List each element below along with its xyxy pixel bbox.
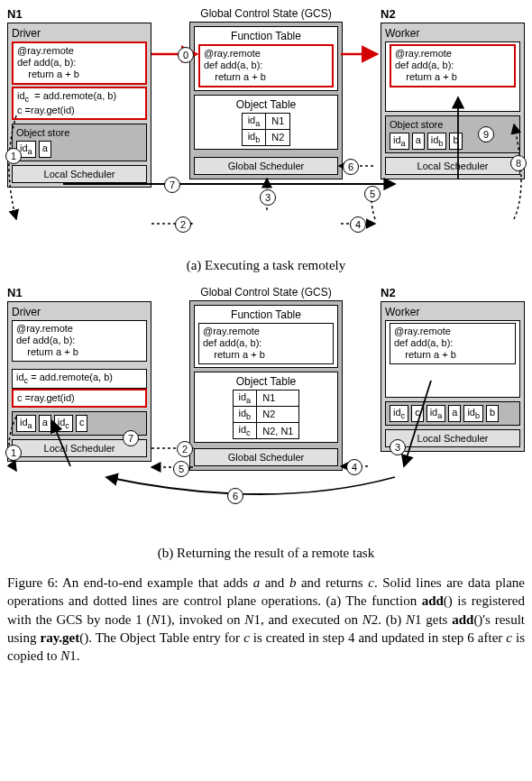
step-b3: 3 (390, 439, 406, 455)
worker-body-b: @ray.remote def add(a, b): return a + b (385, 320, 520, 398)
object-table-b: idaN1idbN2idcN2, N1 (233, 390, 300, 440)
object-table-title: Object Table (198, 98, 334, 113)
code-def: def add(a, b): (17, 57, 142, 69)
gcs-box-b: Function Table @ray.remote def add(a, b)… (189, 300, 343, 471)
n2-label: N2 (381, 7, 525, 21)
code-return: return a + b (17, 69, 142, 80)
step-7: 7 (164, 177, 180, 193)
gcs-label: Global Control State (GCS) (189, 7, 343, 20)
diagram-b: N1 Driver @ray.remote def add(a, b): ret… (7, 286, 525, 538)
step-b4: 4 (346, 459, 362, 475)
n2-local-scheduler: Local Scheduler (385, 157, 520, 175)
step-b5: 5 (173, 461, 189, 477)
n1-store-row: idaa (16, 141, 142, 158)
step-2: 2 (175, 216, 191, 233)
step-6: 6 (343, 159, 359, 175)
n2-object-store-b: idccidaaidbb (385, 401, 520, 426)
driver-get-box-b: c =ray.get(id) (12, 389, 147, 408)
gcs-box: Function Table @ray.remote def add(a, b)… (189, 22, 343, 179)
n2-column-b: N2 Worker @ray.remote def add(a, b): ret… (381, 286, 525, 538)
object-table-box: Object Table idaN1idbN2 (194, 95, 338, 150)
driver-code-b: @ray.remote def add(a, b): return a + b (12, 320, 147, 362)
object-table: idaN1idbN2 (242, 113, 291, 146)
driver-call-box: idc = add.remote(a, b) c =ray.get(id) (12, 87, 147, 120)
n2-store-row-b: idccidaaidbb (390, 405, 516, 422)
n1-column-b: N1 Driver @ray.remote def add(a, b): ret… (7, 286, 151, 538)
n2-column: N2 Worker @ray.remote def add(a, b): ret… (381, 7, 525, 251)
n2-store-row: idaaidbb (390, 133, 516, 150)
step-0: 0 (178, 47, 194, 63)
driver-call: idc = add.remote(a, b) (17, 90, 142, 105)
step-9: 9 (478, 126, 494, 142)
function-table-box: Function Table @ray.remote def add(a, b)… (194, 26, 338, 91)
code-decorator: @ray.remote (17, 45, 142, 57)
driver-title: Driver (12, 27, 147, 41)
n1-column: N1 Driver @ray.remote def add(a, b): ret… (7, 7, 151, 251)
n1-local-scheduler: Local Scheduler (12, 165, 147, 183)
step-3: 3 (260, 189, 276, 206)
n1-store-row-b: idaaidcc (16, 415, 142, 432)
n1-label: N1 (7, 7, 151, 21)
n2-object-store: Object store idaaidbb (385, 115, 520, 153)
function-table-code: @ray.remote def add(a, b): return a + b (198, 44, 334, 87)
driver-code-decorator-box: @ray.remote def add(a, b): return a + b (12, 41, 147, 85)
diagram-a: N1 Driver @ray.remote def add(a, b): ret… (7, 7, 525, 251)
figure-number: Figure 6: (7, 575, 58, 590)
step-b6: 6 (227, 488, 243, 504)
worker-code-box: @ray.remote def add(a, b): return a + b (390, 44, 516, 87)
step-b1: 1 (5, 445, 22, 461)
global-scheduler: Global Scheduler (194, 157, 338, 175)
caption-a: (a) Executing a task remotely (7, 258, 525, 273)
object-store-title: Object store (16, 127, 142, 138)
caption-b: (b) Returning the result of a remote tas… (7, 546, 525, 561)
step-4: 4 (350, 216, 366, 233)
global-scheduler-b: Global Scheduler (194, 448, 338, 466)
n1-node-box: Driver @ray.remote def add(a, b): return… (7, 23, 151, 188)
step-5: 5 (364, 186, 381, 202)
step-8: 8 (510, 155, 527, 171)
gcs-column: Global Control State (GCS) Function Tabl… (189, 7, 343, 251)
object-table-box-b: Object Table idaN1idbN2idcN2, N1 (194, 372, 338, 444)
n2-node-box: Worker @ray.remote def add(a, b): return… (381, 23, 525, 179)
function-table-box-b: Function Table @ray.remote def add(a, b)… (194, 305, 338, 368)
worker-code-b: @ray.remote def add(a, b): return a + b (390, 323, 516, 364)
driver-get: c =ray.get(id) (17, 105, 142, 116)
worker-body: @ray.remote def add(a, b): return a + b (385, 41, 520, 112)
step-1: 1 (5, 148, 22, 164)
n2-node-box-b: Worker @ray.remote def add(a, b): return… (381, 301, 525, 452)
n1-object-store: Object store idaa (12, 124, 147, 161)
worker-title: Worker (385, 27, 520, 41)
step-b7: 7 (123, 430, 139, 446)
function-table-title: Function Table (198, 30, 334, 44)
function-table-code-b: @ray.remote def add(a, b): return a + b (198, 323, 334, 364)
driver-call-plain-b: idc = add.remote(a, b) (12, 369, 147, 389)
gcs-column-b: Global Control State (GCS) Function Tabl… (189, 286, 343, 538)
figure-caption: Figure 6: An end-to-end example that add… (7, 574, 525, 665)
step-b2: 2 (177, 441, 193, 457)
